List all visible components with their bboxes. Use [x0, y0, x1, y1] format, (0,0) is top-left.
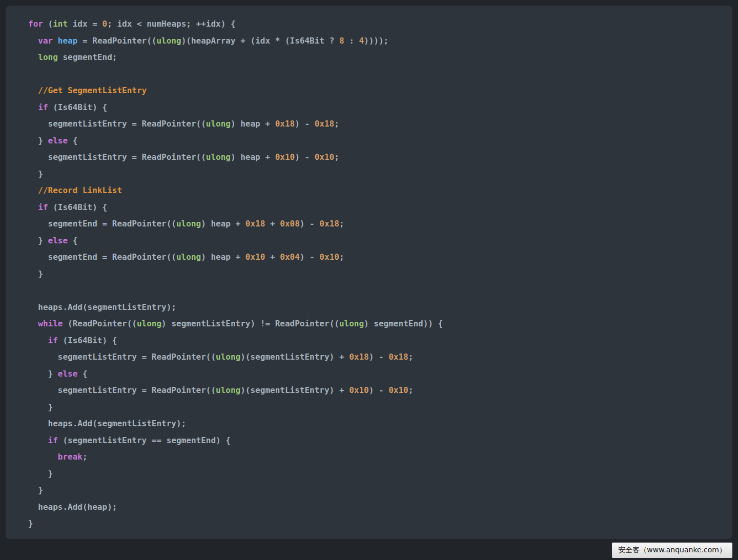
code-token-keyword: else [48, 136, 68, 146]
code-token-number: 0x18 [319, 219, 339, 229]
code-line: segmentEnd = ReadPointer((ulong) heap + … [28, 249, 722, 266]
code-token-type: ulong [176, 219, 201, 229]
code-token-plain: ) segmentEnd)) { [364, 319, 443, 328]
code-token-number: 0x04 [280, 252, 300, 262]
code-token-plain: (Is64Bit) { [58, 336, 117, 345]
code-token-plain: heaps.Add(heap); [28, 502, 117, 512]
code-token-plain: ) - [369, 385, 389, 395]
code-block: for (int idx = 0; idx < numHeaps; ++idx)… [28, 16, 722, 532]
code-token-keyword: else [48, 236, 68, 245]
code-token-keyword: if [48, 435, 58, 445]
code-token-plain: } [28, 269, 43, 279]
code-token-number: 0x18 [349, 352, 369, 362]
code-token-plain: segmentEnd = ReadPointer(( [28, 219, 176, 229]
code-token-plain: segmentEnd; [58, 52, 117, 62]
code-line: segmentListEntry = ReadPointer((ulong)(s… [28, 349, 722, 366]
code-token-comment: //Record LinkList [38, 185, 122, 195]
code-token-type: ulong [216, 352, 240, 362]
code-token-plain: )(segmentListEntry) + [240, 385, 349, 395]
code-token-plain [28, 319, 38, 328]
code-token-plain: ) heap + [231, 119, 275, 129]
code-line: segmentListEntry = ReadPointer((ulong) h… [28, 116, 722, 133]
code-token-plain: ; [408, 385, 414, 395]
code-line: if (Is64Bit) { [28, 99, 722, 116]
code-token-plain [28, 452, 58, 462]
code-token-plain: ) heap + [201, 252, 245, 262]
code-line: segmentListEntry = ReadPointer((ulong) h… [28, 149, 722, 166]
code-token-number: 0x10 [275, 152, 295, 162]
watermark-text: 安全客（www.anquanke.com） [618, 546, 726, 555]
code-token-plain: heaps.Add(segmentListEntry); [28, 302, 176, 312]
code-token-plain: + [265, 252, 280, 262]
code-token-plain: ; [339, 219, 344, 229]
code-token-plain: { [77, 369, 87, 379]
code-line [28, 66, 722, 83]
code-line: } [28, 466, 722, 483]
code-line: } [28, 515, 722, 532]
code-token-plain: ; [334, 152, 339, 162]
code-token-plain: { [68, 236, 77, 245]
code-token-plain [28, 202, 38, 212]
code-token-plain: segmentListEntry = ReadPointer(( [28, 152, 206, 162]
code-line: heaps.Add(segmentListEntry); [28, 416, 722, 432]
code-token-plain: } [28, 469, 53, 479]
code-token-keyword: for [28, 19, 43, 29]
code-token-number: 0x10 [388, 385, 408, 395]
code-line: break; [28, 449, 722, 466]
code-token-plain: segmentListEntry = ReadPointer(( [28, 352, 216, 362]
code-line: if (Is64Bit) { [28, 199, 722, 216]
code-line: heaps.Add(heap); [28, 499, 722, 516]
code-line: } else { [28, 133, 722, 150]
code-token-plain: } [28, 136, 48, 146]
code-token-number: 8 [339, 36, 344, 46]
code-token-type: ulong [137, 319, 161, 328]
code-token-plain: ) - [300, 219, 320, 229]
code-token-plain: ; [83, 452, 88, 462]
code-token-number: 0x10 [349, 385, 369, 395]
code-line: while (ReadPointer((ulong) segmentListEn… [28, 316, 722, 333]
code-token-plain [28, 336, 48, 345]
code-line: } [28, 399, 722, 416]
code-token-plain [28, 185, 38, 195]
code-token-plain: } [28, 485, 43, 495]
code-line: //Record LinkList [28, 182, 722, 199]
code-line [28, 282, 722, 299]
code-line: for (int idx = 0; idx < numHeaps; ++idx)… [28, 16, 722, 33]
code-token-type: ulong [216, 385, 240, 395]
code-token-plain: } [28, 236, 48, 245]
code-token-plain: ) - [369, 352, 389, 362]
code-token-plain: { [68, 136, 77, 146]
code-token-number: 0x18 [315, 119, 335, 129]
code-token-plain: segmentListEntry = ReadPointer(( [28, 119, 206, 129]
code-token-plain: } [28, 402, 53, 412]
code-line: segmentListEntry = ReadPointer((ulong)(s… [28, 382, 722, 399]
watermark-badge: 安全客（www.anquanke.com） [612, 543, 732, 558]
code-token-plain: )))); [364, 36, 388, 46]
code-line: long segmentEnd; [28, 49, 722, 66]
code-token-plain: ( [43, 19, 53, 29]
code-token-plain: heaps.Add(segmentListEntry); [28, 419, 186, 428]
code-token-keyword: if [38, 102, 48, 112]
code-token-keyword: break [58, 452, 83, 462]
code-token-plain: segmentListEntry = ReadPointer(( [28, 385, 216, 395]
code-token-plain: (Is64Bit) { [48, 102, 108, 112]
code-token-plain: ; [334, 119, 339, 129]
code-line: } [28, 166, 722, 183]
code-token-keyword: if [38, 202, 48, 212]
code-token-number: 0x10 [245, 252, 265, 262]
code-line: } else { [28, 366, 722, 383]
code-token-plain: ) - [300, 252, 320, 262]
code-token-plain: ) - [295, 152, 315, 162]
code-token-plain [28, 52, 38, 62]
code-token-plain: )(segmentListEntry) + [240, 352, 349, 362]
code-token-plain: ) heap + [231, 152, 275, 162]
code-token-number: 4 [359, 36, 364, 46]
code-token-plain [28, 435, 48, 445]
code-token-comment: //Get SegmentListEntry [38, 86, 147, 95]
code-token-plain: (Is64Bit) { [48, 202, 108, 212]
code-token-plain: } [28, 169, 43, 179]
code-token-type: long [38, 52, 58, 62]
code-line: segmentEnd = ReadPointer((ulong) heap + … [28, 216, 722, 233]
code-line: } else { [28, 233, 722, 250]
code-token-plain: ; [408, 352, 414, 362]
